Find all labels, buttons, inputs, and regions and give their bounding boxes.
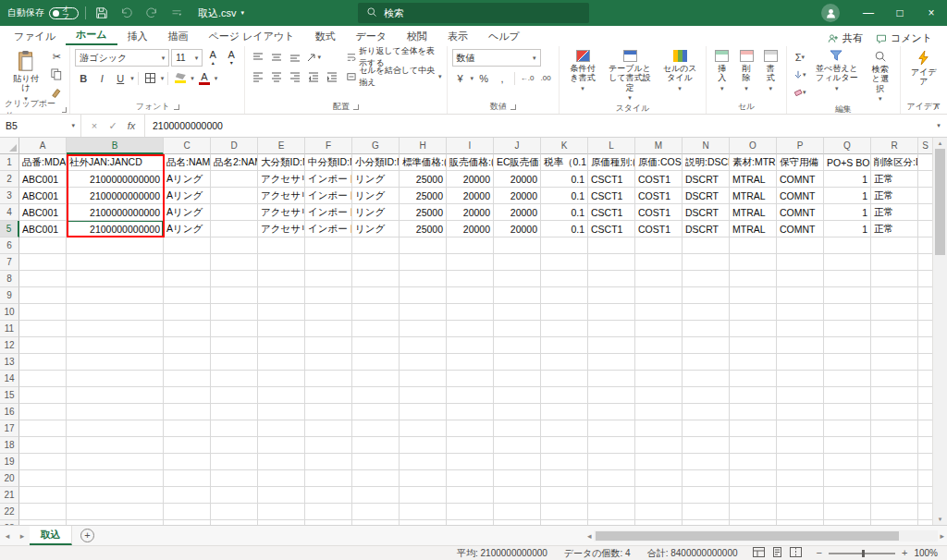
cell-B18[interactable] [67, 437, 164, 454]
cell-R7[interactable] [871, 254, 918, 271]
cell-Q18[interactable] [824, 437, 871, 454]
cell-R23[interactable] [871, 520, 918, 525]
cell-B13[interactable] [67, 354, 164, 371]
cell-A7[interactable] [19, 254, 67, 271]
cell-E22[interactable] [258, 504, 305, 520]
cell-H7[interactable] [400, 254, 447, 271]
cell-H17[interactable] [400, 420, 447, 437]
cell-B14[interactable] [67, 371, 164, 387]
cell-G6[interactable] [352, 237, 400, 254]
cell-N10[interactable] [683, 304, 730, 321]
cell-I20[interactable] [447, 470, 494, 487]
cell-E17[interactable] [258, 420, 305, 437]
delete-cells-button[interactable]: 削除▾ [735, 49, 756, 93]
sheet-nav-right-icon[interactable]: ▸ [15, 531, 30, 541]
cell-I5[interactable]: 20000 [447, 221, 494, 237]
maximize-button[interactable]: □ [884, 0, 916, 26]
cell-D18[interactable] [211, 437, 258, 454]
cancel-icon[interactable]: × [86, 120, 103, 131]
cell-J14[interactable] [494, 371, 541, 387]
cell-D19[interactable] [211, 454, 258, 470]
cell-F21[interactable] [305, 487, 352, 504]
cell-L5[interactable]: CSCT1 [588, 221, 635, 237]
cell-K7[interactable] [541, 254, 588, 271]
cell-G22[interactable] [352, 504, 400, 520]
enter-icon[interactable]: ✓ [105, 120, 121, 132]
cell-P7[interactable] [777, 254, 824, 271]
cell-L4[interactable]: CSCT1 [588, 204, 635, 221]
scroll-up-icon[interactable]: ▴ [939, 140, 942, 147]
find-select-button[interactable]: 検索と選択▾ [866, 49, 895, 103]
cell-C2[interactable]: Aリング [164, 171, 211, 188]
cell-H9[interactable] [400, 287, 447, 304]
cell-M11[interactable] [635, 321, 683, 337]
cell-O9[interactable] [730, 287, 777, 304]
cell-G13[interactable] [352, 354, 400, 371]
cell-D22[interactable] [211, 504, 258, 520]
cell-K4[interactable]: 0.1 [541, 204, 588, 221]
normal-view-icon[interactable] [753, 547, 765, 559]
cell-M2[interactable]: COST1 [635, 171, 683, 188]
row-header-14[interactable]: 14 [0, 371, 19, 387]
cell-M1[interactable]: 原価:COST [635, 154, 683, 171]
insert-cells-button[interactable]: 挿入▾ [711, 49, 732, 93]
cell-I15[interactable] [447, 387, 494, 404]
cell-N22[interactable] [683, 504, 730, 520]
close-button[interactable]: × [916, 0, 947, 26]
cell-B15[interactable] [67, 387, 164, 404]
cell-P19[interactable] [777, 454, 824, 470]
paste-button[interactable]: 貼り付け▾ [6, 49, 45, 103]
cell-S15[interactable] [918, 387, 932, 404]
wrap-text-button[interactable]: 折り返して全体を表示する [347, 49, 441, 65]
cell-I21[interactable] [447, 487, 494, 504]
decrease-indent-icon[interactable] [305, 68, 322, 84]
dialog-launcher-icon[interactable] [62, 107, 68, 113]
cell-F3[interactable]: インポート [305, 188, 352, 204]
cell-H21[interactable] [400, 487, 447, 504]
increase-indent-icon[interactable] [324, 68, 340, 84]
autosum-button[interactable]: Σ▾ [792, 49, 808, 65]
cell-D13[interactable] [211, 354, 258, 371]
cell-N12[interactable] [683, 337, 730, 354]
cell-O23[interactable] [730, 520, 777, 525]
collapse-ribbon-icon[interactable]: ∧ [933, 102, 940, 111]
font-color-icon[interactable]: A [196, 70, 213, 86]
cell-F15[interactable] [305, 387, 352, 404]
align-top-icon[interactable] [250, 49, 266, 65]
cell-L16[interactable] [588, 404, 635, 420]
cell-J9[interactable] [494, 287, 541, 304]
cell-F11[interactable] [305, 321, 352, 337]
cell-R22[interactable] [871, 504, 918, 520]
clear-button[interactable]: ▾ [792, 84, 808, 100]
column-header-E[interactable]: E [258, 138, 305, 154]
cell-L6[interactable] [588, 237, 635, 254]
cell-H2[interactable]: 25000 [400, 171, 447, 188]
cell-I14[interactable] [447, 371, 494, 387]
cell-D17[interactable] [211, 420, 258, 437]
cell-R8[interactable] [871, 271, 918, 287]
cell-Q23[interactable] [824, 520, 871, 525]
cell-P17[interactable] [777, 420, 824, 437]
cell-I10[interactable] [447, 304, 494, 321]
cell-I11[interactable] [447, 321, 494, 337]
cell-A2[interactable]: ABC001 [19, 171, 67, 188]
decrease-decimal-icon[interactable]: .00 [537, 70, 554, 86]
cell-R3[interactable]: 正常 [871, 188, 918, 204]
share-button[interactable]: 共有 [828, 31, 863, 45]
cell-Q9[interactable] [824, 287, 871, 304]
column-header-K[interactable]: K [541, 138, 588, 154]
cell-L15[interactable] [588, 387, 635, 404]
cell-B7[interactable] [67, 254, 164, 271]
cell-D14[interactable] [211, 371, 258, 387]
cell-O13[interactable] [730, 354, 777, 371]
cell-B8[interactable] [67, 271, 164, 287]
cell-N17[interactable] [683, 420, 730, 437]
cell-K22[interactable] [541, 504, 588, 520]
cell-P2[interactable]: COMNT [777, 171, 824, 188]
cell-C13[interactable] [164, 354, 211, 371]
cell-P13[interactable] [777, 354, 824, 371]
align-left-icon[interactable] [250, 68, 266, 84]
cell-G8[interactable] [352, 271, 400, 287]
font-size-select[interactable]: 11▾ [171, 49, 203, 67]
cell-K13[interactable] [541, 354, 588, 371]
